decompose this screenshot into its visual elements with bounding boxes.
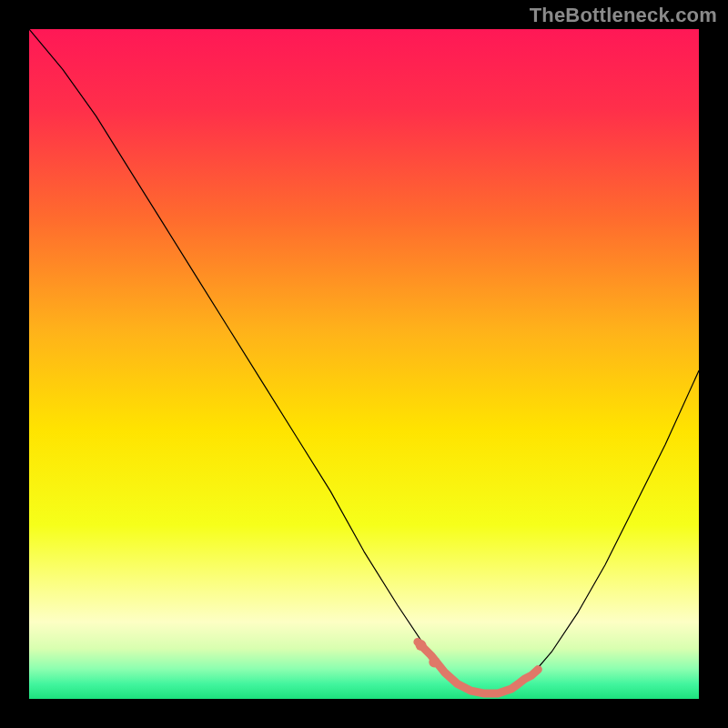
gradient-background <box>29 29 699 699</box>
marker-dot <box>416 640 427 651</box>
chart-svg <box>29 29 699 699</box>
watermark-text: TheBottleneck.com <box>530 4 717 27</box>
chart-container: TheBottleneck.com <box>0 0 728 728</box>
plot-area <box>29 29 699 699</box>
marker-dot <box>429 657 440 668</box>
